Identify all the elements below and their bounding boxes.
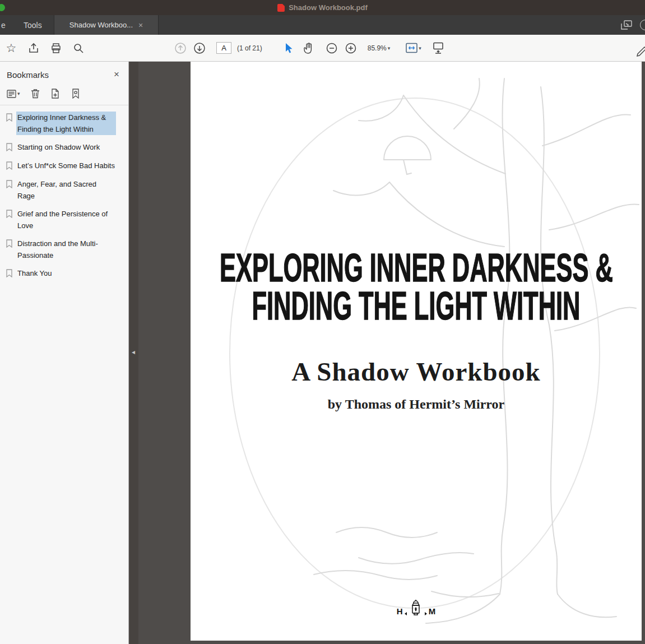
tab-document-label: Shadow Workboo... (69, 21, 133, 29)
page-display-icon[interactable]: ▾ (406, 39, 421, 57)
tab-document[interactable]: Shadow Workboo... × (54, 15, 159, 35)
bookmark-item[interactable]: Let’s Unf*ck Some Bad Habits (4, 159, 126, 173)
page-count-label: (1 of 21) (237, 44, 262, 52)
toolbar: ☆ (0, 35, 645, 62)
pdf-file-icon (277, 4, 285, 12)
document-canvas: ◂ (129, 62, 645, 644)
zoom-out-icon[interactable] (325, 39, 338, 57)
page-number-input[interactable] (216, 42, 231, 54)
title-line-2: FINDING THE LIGHT WITHIN (252, 284, 581, 328)
traffic-light-green[interactable] (0, 4, 5, 11)
sign-icon[interactable] (635, 41, 645, 59)
bookmark-item[interactable]: Exploring Inner Darkness & Finding the L… (4, 111, 126, 136)
hermits-mirror-logo: H M (191, 599, 642, 623)
chevron-down-icon: ▾ (388, 45, 391, 51)
bookmarks-list: Exploring Inner Darkness & Finding the L… (0, 105, 128, 280)
toolbar-center-group: (1 of 21) 85 (174, 35, 445, 61)
bookmark-icon (6, 143, 13, 154)
bookmark-icon (6, 269, 13, 280)
bookmarks-header: Bookmarks × (0, 62, 128, 84)
chevron-down-icon: ▾ (17, 91, 20, 96)
tree-illustration (191, 62, 642, 641)
bookmark-item[interactable]: Starting on Shadow Work (4, 141, 126, 154)
zoom-level-dropdown[interactable]: 85.9% ▾ (368, 39, 391, 57)
bookmark-label: Thank You (16, 267, 53, 279)
print-icon[interactable] (49, 39, 63, 57)
scroll-mode-icon[interactable] (431, 39, 445, 57)
previous-page-icon[interactable] (174, 39, 187, 57)
bookmark-item[interactable]: Thank You (4, 267, 126, 280)
bookmark-icon (6, 113, 13, 124)
titlebar: Shadow Workbook.pdf (0, 0, 645, 15)
bookmark-icon (6, 210, 13, 220)
bookmark-label: Let’s Unf*ck Some Bad Habits (16, 160, 116, 172)
window-title: Shadow Workbook.pdf (277, 3, 368, 12)
window-title-text: Shadow Workbook.pdf (289, 3, 368, 12)
tab-home-partial[interactable]: e (1, 15, 6, 35)
bookmark-item[interactable]: Grief and the Persistence of Love (4, 207, 126, 232)
logo-letter-h: H (397, 606, 403, 616)
account-icon[interactable] (640, 20, 645, 30)
bookmark-label: Anger, Fear, and Sacred Rage (16, 178, 116, 202)
bookmark-item[interactable]: Distraction and the Multi-Passionate (4, 237, 126, 262)
pdf-page: EXPLORING INNER DARKNESS & FINDING THE L… (191, 62, 642, 641)
bookmark-icon (6, 180, 13, 191)
close-panel-icon[interactable]: × (114, 69, 119, 80)
zoom-value: 85.9% (368, 44, 387, 52)
bookmark-icon (6, 239, 13, 250)
triangle-icon (425, 612, 427, 615)
acrobat-window: Shadow Workbook.pdf e Tools Shadow Workb… (0, 0, 645, 644)
close-tab-icon[interactable]: × (138, 21, 143, 30)
search-icon[interactable] (72, 39, 85, 57)
popout-window-icon[interactable] (620, 16, 633, 34)
bookmark-item[interactable]: Anger, Fear, and Sacred Rage (4, 178, 126, 202)
collapse-panel-icon[interactable]: ◂ (132, 349, 135, 355)
logo-letter-m: M (429, 606, 436, 616)
triangle-icon (405, 612, 407, 615)
document-title: EXPLORING INNER DARKNESS & FINDING THE L… (191, 249, 642, 325)
bookmark-label: Starting on Shadow Work (16, 141, 101, 153)
star-icon[interactable]: ☆ (4, 39, 18, 57)
document-byline: by Thomas of Hermit’s Mirror (191, 397, 642, 412)
document-subtitle: A Shadow Workbook (191, 356, 642, 387)
bookmark-label: Distraction and the Multi-Passionate (16, 238, 116, 261)
bookmark-label: Exploring Inner Darkness & Finding the L… (16, 112, 116, 135)
next-page-icon[interactable] (193, 39, 206, 57)
tabbar-right-group (620, 15, 645, 35)
toolbar-left-group: ☆ (4, 35, 85, 61)
select-tool-icon[interactable] (282, 39, 296, 57)
lantern-icon (409, 599, 423, 623)
tab-tools[interactable]: Tools (16, 15, 50, 35)
options-icon[interactable]: ▾ (7, 90, 20, 98)
panel-title: Bookmarks (7, 70, 49, 80)
bookmarks-panel: Bookmarks × ▾ (0, 62, 129, 644)
trash-icon[interactable] (31, 89, 40, 99)
hand-tool-icon[interactable] (301, 39, 315, 57)
new-bookmark-icon[interactable] (50, 89, 61, 99)
share-icon[interactable] (27, 39, 40, 57)
bookmark-label: Grief and the Persistence of Love (16, 208, 116, 231)
chevron-down-icon: ▾ (419, 45, 421, 51)
bookmark-icon (6, 161, 13, 172)
bookmarks-toolbar: ▾ (0, 84, 128, 105)
zoom-in-icon[interactable] (344, 39, 358, 57)
locate-bookmark-icon[interactable] (71, 89, 80, 99)
tab-bar: e Tools Shadow Workboo... × (0, 15, 645, 35)
